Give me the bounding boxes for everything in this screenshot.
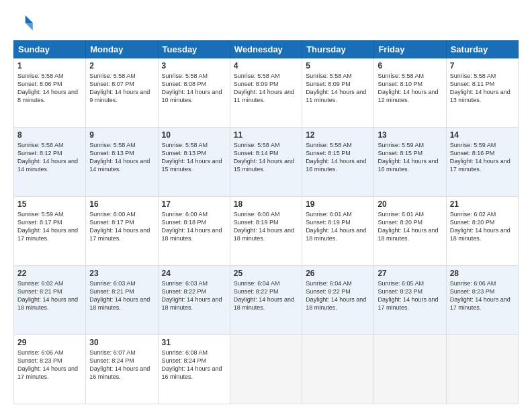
calendar-cell: 24Sunrise: 6:03 AMSunset: 8:22 PMDayligh… (158, 266, 230, 335)
day-header-tuesday: Tuesday (158, 41, 230, 58)
day-info: Sunrise: 6:01 AMSunset: 8:19 PMDaylight:… (306, 210, 370, 243)
day-number: 5 (306, 61, 370, 71)
day-info: Sunrise: 5:59 AMSunset: 8:17 PMDaylight:… (17, 210, 82, 243)
day-header-thursday: Thursday (302, 41, 374, 58)
calendar-cell: 23Sunrise: 6:03 AMSunset: 8:21 PMDayligh… (86, 266, 158, 335)
calendar-cell: 7Sunrise: 5:58 AMSunset: 8:11 PMDaylight… (446, 58, 518, 128)
day-info: Sunrise: 5:59 AMSunset: 8:15 PMDaylight:… (378, 141, 442, 174)
day-header-wednesday: Wednesday (230, 41, 302, 58)
day-number: 12 (306, 130, 370, 140)
day-number: 18 (234, 199, 298, 209)
logo (13, 12, 38, 34)
day-info: Sunrise: 6:04 AMSunset: 8:22 PMDaylight:… (306, 279, 370, 312)
day-info: Sunrise: 6:02 AMSunset: 8:20 PMDaylight:… (450, 210, 515, 243)
header (13, 12, 519, 34)
day-number: 19 (306, 199, 370, 209)
day-number: 2 (89, 61, 154, 71)
day-info: Sunrise: 5:58 AMSunset: 8:13 PMDaylight:… (162, 141, 226, 174)
calendar-cell (374, 335, 446, 404)
calendar-cell (230, 335, 302, 404)
day-info: Sunrise: 5:58 AMSunset: 8:06 PMDaylight:… (17, 72, 82, 105)
day-header-saturday: Saturday (446, 41, 518, 58)
calendar-cell: 4Sunrise: 5:58 AMSunset: 8:09 PMDaylight… (230, 58, 302, 128)
day-info: Sunrise: 6:00 AMSunset: 8:19 PMDaylight:… (234, 210, 298, 243)
calendar-week-5: 29Sunrise: 6:06 AMSunset: 8:23 PMDayligh… (14, 335, 519, 404)
day-info: Sunrise: 5:58 AMSunset: 8:14 PMDaylight:… (234, 141, 298, 174)
day-info: Sunrise: 6:05 AMSunset: 8:23 PMDaylight:… (378, 279, 442, 312)
calendar-cell: 14Sunrise: 5:59 AMSunset: 8:16 PMDayligh… (446, 128, 518, 197)
calendar-cell: 9Sunrise: 5:58 AMSunset: 8:13 PMDaylight… (86, 128, 158, 197)
calendar-cell: 16Sunrise: 6:00 AMSunset: 8:17 PMDayligh… (86, 197, 158, 266)
day-info: Sunrise: 5:58 AMSunset: 8:07 PMDaylight:… (89, 72, 154, 105)
calendar-cell: 28Sunrise: 6:06 AMSunset: 8:23 PMDayligh… (446, 266, 518, 335)
page: SundayMondayTuesdayWednesdayThursdayFrid… (0, 0, 532, 411)
calendar-week-2: 8Sunrise: 5:58 AMSunset: 8:12 PMDaylight… (14, 128, 519, 197)
day-header-friday: Friday (374, 41, 446, 58)
day-info: Sunrise: 5:58 AMSunset: 8:10 PMDaylight:… (378, 72, 442, 105)
day-info: Sunrise: 5:58 AMSunset: 8:11 PMDaylight:… (450, 72, 515, 105)
day-number: 8 (17, 130, 82, 140)
day-number: 25 (234, 269, 298, 278)
day-number: 27 (378, 269, 442, 278)
day-number: 22 (17, 269, 82, 278)
calendar-cell (446, 335, 518, 404)
day-number: 29 (17, 338, 82, 347)
day-info: Sunrise: 6:00 AMSunset: 8:18 PMDaylight:… (162, 210, 226, 243)
day-number: 23 (89, 269, 154, 278)
day-number: 10 (162, 130, 226, 140)
day-number: 20 (378, 199, 442, 209)
calendar-cell (302, 335, 374, 404)
day-number: 3 (162, 61, 226, 71)
calendar-cell: 8Sunrise: 5:58 AMSunset: 8:12 PMDaylight… (14, 128, 86, 197)
calendar-cell: 11Sunrise: 5:58 AMSunset: 8:14 PMDayligh… (230, 128, 302, 197)
calendar-week-4: 22Sunrise: 6:02 AMSunset: 8:21 PMDayligh… (14, 266, 519, 335)
day-number: 21 (450, 199, 515, 209)
calendar-header-row: SundayMondayTuesdayWednesdayThursdayFrid… (14, 41, 519, 58)
day-info: Sunrise: 5:58 AMSunset: 8:09 PMDaylight:… (234, 72, 298, 105)
day-number: 7 (450, 61, 515, 71)
calendar-cell: 19Sunrise: 6:01 AMSunset: 8:19 PMDayligh… (302, 197, 374, 266)
day-info: Sunrise: 6:03 AMSunset: 8:22 PMDaylight:… (162, 279, 226, 312)
day-info: Sunrise: 5:58 AMSunset: 8:08 PMDaylight:… (162, 72, 226, 105)
calendar-cell: 2Sunrise: 5:58 AMSunset: 8:07 PMDaylight… (86, 58, 158, 128)
calendar-cell: 17Sunrise: 6:00 AMSunset: 8:18 PMDayligh… (158, 197, 230, 266)
day-number: 30 (89, 338, 154, 347)
day-info: Sunrise: 5:59 AMSunset: 8:16 PMDaylight:… (450, 141, 515, 174)
day-number: 15 (17, 199, 82, 209)
day-info: Sunrise: 6:04 AMSunset: 8:22 PMDaylight:… (234, 279, 298, 312)
calendar-cell: 6Sunrise: 5:58 AMSunset: 8:10 PMDaylight… (374, 58, 446, 128)
logo-icon (13, 12, 35, 34)
day-number: 28 (450, 269, 515, 278)
calendar-cell: 29Sunrise: 6:06 AMSunset: 8:23 PMDayligh… (14, 335, 86, 404)
day-info: Sunrise: 5:58 AMSunset: 8:15 PMDaylight:… (306, 141, 370, 174)
day-info: Sunrise: 6:00 AMSunset: 8:17 PMDaylight:… (89, 210, 154, 243)
day-number: 13 (378, 130, 442, 140)
svg-marker-0 (26, 15, 33, 23)
calendar-week-1: 1Sunrise: 5:58 AMSunset: 8:06 PMDaylight… (14, 58, 519, 128)
day-info: Sunrise: 6:03 AMSunset: 8:21 PMDaylight:… (89, 279, 154, 312)
calendar-cell: 30Sunrise: 6:07 AMSunset: 8:24 PMDayligh… (86, 335, 158, 404)
calendar-cell: 1Sunrise: 5:58 AMSunset: 8:06 PMDaylight… (14, 58, 86, 128)
calendar-cell: 10Sunrise: 5:58 AMSunset: 8:13 PMDayligh… (158, 128, 230, 197)
day-info: Sunrise: 6:06 AMSunset: 8:23 PMDaylight:… (450, 279, 515, 312)
calendar-cell: 13Sunrise: 5:59 AMSunset: 8:15 PMDayligh… (374, 128, 446, 197)
day-number: 17 (162, 199, 226, 209)
calendar-cell: 5Sunrise: 5:58 AMSunset: 8:09 PMDaylight… (302, 58, 374, 128)
svg-marker-1 (26, 23, 33, 30)
day-number: 14 (450, 130, 515, 140)
day-number: 6 (378, 61, 442, 71)
day-number: 1 (17, 61, 82, 71)
day-number: 4 (234, 61, 298, 71)
day-info: Sunrise: 5:58 AMSunset: 8:09 PMDaylight:… (306, 72, 370, 105)
calendar-cell: 12Sunrise: 5:58 AMSunset: 8:15 PMDayligh… (302, 128, 374, 197)
day-number: 16 (89, 199, 154, 209)
day-info: Sunrise: 6:01 AMSunset: 8:20 PMDaylight:… (378, 210, 442, 243)
calendar-table: SundayMondayTuesdayWednesdayThursdayFrid… (13, 40, 519, 404)
day-info: Sunrise: 6:07 AMSunset: 8:24 PMDaylight:… (89, 349, 154, 381)
calendar-cell: 27Sunrise: 6:05 AMSunset: 8:23 PMDayligh… (374, 266, 446, 335)
calendar-cell: 3Sunrise: 5:58 AMSunset: 8:08 PMDaylight… (158, 58, 230, 128)
day-info: Sunrise: 6:02 AMSunset: 8:21 PMDaylight:… (17, 279, 82, 312)
calendar-cell: 21Sunrise: 6:02 AMSunset: 8:20 PMDayligh… (446, 197, 518, 266)
calendar-cell: 25Sunrise: 6:04 AMSunset: 8:22 PMDayligh… (230, 266, 302, 335)
day-header-sunday: Sunday (14, 41, 86, 58)
